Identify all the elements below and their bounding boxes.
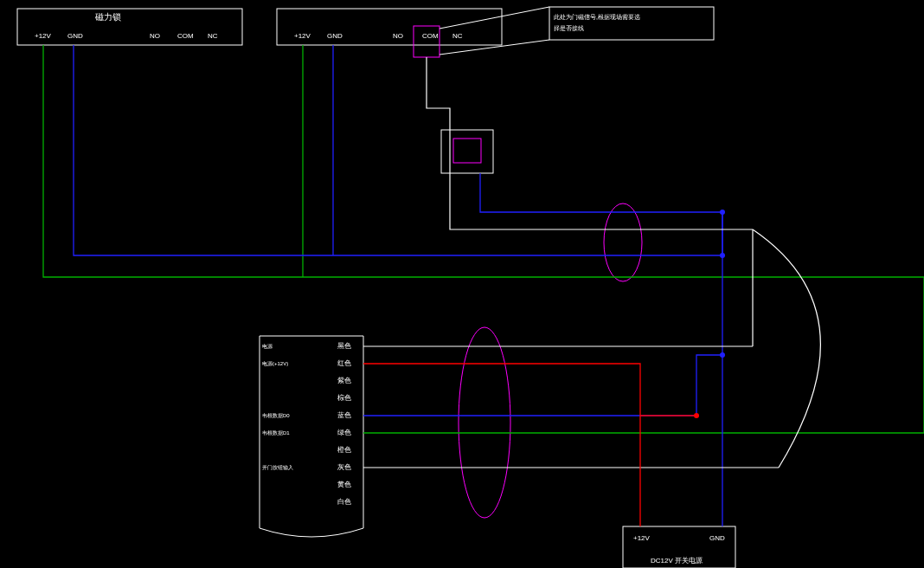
- wire-blue: [74, 45, 722, 526]
- red-junction: [694, 413, 699, 418]
- wiring-diagram: 磁力锁 +12V GND NO COM NC +12V GND NO COM N…: [0, 0, 924, 568]
- svg-line-2: [440, 7, 549, 29]
- pin-12v: +12V: [35, 32, 52, 40]
- pin-nc: NC: [452, 32, 463, 40]
- svg-line-3: [440, 40, 549, 55]
- block-lock-left-title: 磁力锁: [94, 12, 121, 22]
- bundle-top: [604, 203, 642, 281]
- pin-com: COM: [177, 32, 194, 40]
- pin-12v: +12V: [294, 32, 311, 40]
- note-line1: 此处为门磁信号,根据现场需要选: [554, 14, 640, 20]
- svg-point-8: [720, 210, 725, 215]
- svg-rect-5: [441, 130, 493, 173]
- lbl-side-red: 电源(+12V): [262, 361, 288, 366]
- pin-nc: NC: [208, 32, 218, 40]
- psu-12v: +12V: [633, 534, 651, 542]
- pin-com: COM: [422, 32, 439, 40]
- svg-rect-4: [549, 7, 714, 40]
- bundle-bottom: [459, 327, 510, 518]
- wire-white: [363, 57, 820, 468]
- pin-gnd: GND: [67, 32, 83, 40]
- note-line2: 择是否接线: [554, 25, 584, 32]
- lbl-purple: 紫色: [337, 377, 351, 384]
- lbl-side-green: 韦根数据D1: [262, 430, 290, 436]
- block-lock-right: +12V GND NO COM NC: [277, 9, 502, 57]
- lbl-gray: 灰色: [337, 463, 351, 471]
- block-lock-left: 磁力锁 +12V GND NO COM NC: [17, 9, 242, 45]
- lbl-black: 黑色: [337, 342, 351, 350]
- lbl-brown: 棕色: [337, 394, 351, 402]
- push-button: [441, 130, 493, 173]
- svg-point-9: [720, 253, 725, 258]
- wire-green: [43, 45, 924, 433]
- svg-rect-1: [277, 9, 502, 45]
- lbl-blue: 蓝色: [337, 411, 351, 419]
- lbl-side-blue: 韦根数据D0: [262, 413, 290, 418]
- lbl-side-gray: 开门按钮输入: [262, 464, 293, 470]
- lbl-side-black: 电源: [262, 344, 273, 349]
- wire-red: [363, 364, 696, 526]
- lbl-white: 白色: [337, 498, 351, 506]
- lbl-yellow: 黄色: [337, 481, 351, 488]
- pin-no: NO: [150, 32, 160, 40]
- svg-point-10: [720, 352, 725, 358]
- psu-gnd: GND: [709, 534, 725, 542]
- lbl-orange: 橙色: [337, 446, 351, 454]
- psu-title: DC12V 开关电源: [651, 557, 703, 565]
- psu-block: +12V GND DC12V 开关电源: [623, 526, 735, 568]
- pin-no: NO: [393, 32, 403, 40]
- lbl-green: 绿色: [337, 429, 351, 436]
- svg-rect-6: [453, 139, 481, 163]
- pin-gnd: GND: [327, 32, 343, 40]
- lbl-red: 红色: [337, 359, 351, 367]
- com-highlight: [414, 26, 440, 57]
- reader-block: 电源 电源(+12V) 韦根数据D0 韦根数据D1 开门按钮输入 黑色 红色 紫…: [260, 336, 363, 537]
